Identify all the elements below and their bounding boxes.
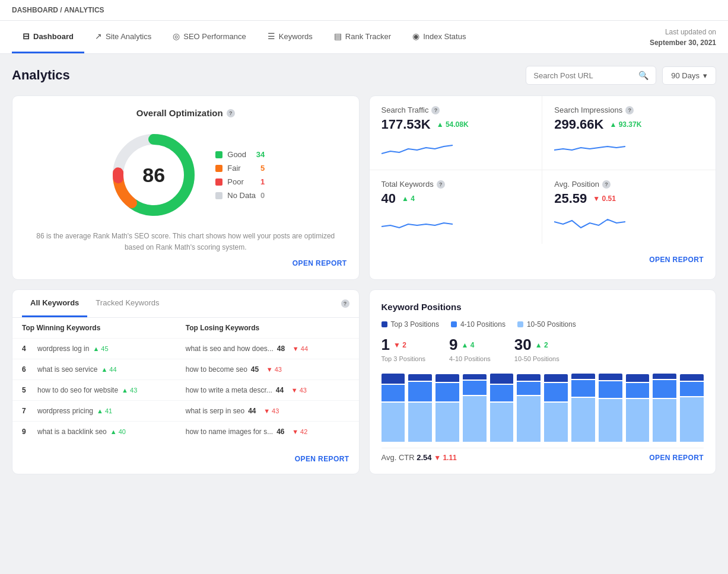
optimization-info-icon[interactable]: ? bbox=[227, 109, 235, 117]
optimization-card: Overall Optimization ? 86 bbox=[12, 95, 360, 280]
kp-stat-low-label: 10-50 Positions bbox=[514, 355, 559, 362]
bar-mid bbox=[490, 385, 514, 401]
kp-footer: Avg. CTR 2.54 ▼ 1.11 OPEN REPORT bbox=[382, 448, 704, 462]
kw-winning-cell: 9 what is a backlink seo ▲ 40 bbox=[22, 428, 186, 436]
tab-keywords-label: Keywords bbox=[279, 32, 313, 41]
kw-row: 7 wordpress pricing ▲ 41 what is serp in… bbox=[12, 400, 359, 421]
bar-column bbox=[653, 371, 676, 442]
stats-card: Search Traffic ? 177.53K ▲ 54.08K Search… bbox=[369, 95, 717, 280]
search-post-url-input[interactable] bbox=[533, 71, 634, 80]
bar-low bbox=[382, 403, 405, 442]
avg-position-sparkline bbox=[554, 211, 625, 232]
search-impressions-info-icon[interactable]: ? bbox=[625, 106, 634, 114]
stat-avg-position-row: 25.59 ▼ 0.51 bbox=[554, 191, 704, 206]
bar-top3 bbox=[463, 374, 487, 380]
bar-top3 bbox=[626, 374, 650, 382]
total-keywords-info-icon[interactable]: ? bbox=[437, 180, 445, 189]
bar-mid bbox=[653, 380, 676, 398]
legend-nodata: No Data 0 bbox=[215, 191, 265, 200]
bar-mid bbox=[680, 382, 704, 396]
keywords-help-icon[interactable]: ? bbox=[341, 299, 349, 308]
kp-legend-dot-top3 bbox=[382, 321, 387, 327]
kw-losing-cell: what is seo and how does... 48 ▼ 44 bbox=[186, 345, 349, 353]
days-dropdown[interactable]: 90 Days ▾ bbox=[662, 66, 716, 85]
kp-avg-ctr-value: 2.54 bbox=[417, 453, 431, 462]
bar-top3 bbox=[435, 374, 459, 382]
bar-column bbox=[626, 371, 650, 442]
kw-tab-all[interactable]: All Keywords bbox=[22, 290, 87, 317]
last-updated-date: September 30, 2021 bbox=[650, 37, 716, 48]
analytics-header: Analytics 🔍 90 Days ▾ bbox=[12, 66, 716, 85]
kw-winning-header: Top Winning Keywords bbox=[22, 324, 186, 332]
bar-mid bbox=[517, 382, 541, 395]
search-impressions-sparkline bbox=[554, 137, 625, 158]
bar-mid bbox=[408, 382, 432, 401]
optimization-legend: Good 34 Fair 5 Poor 1 N bbox=[215, 150, 265, 200]
bar-mid bbox=[599, 381, 622, 398]
stat-search-impressions: Search Impressions ? 299.66K ▲ 93.37K bbox=[542, 96, 716, 170]
kw-open-report-btn[interactable]: OPEN REPORT bbox=[22, 455, 349, 463]
bar-column bbox=[517, 371, 541, 442]
optimization-title: Overall Optimization ? bbox=[24, 108, 347, 118]
bar-low bbox=[544, 403, 568, 442]
tab-seo-performance[interactable]: ◎ SEO Performance bbox=[162, 21, 257, 53]
dashboard-icon: ⊟ bbox=[23, 31, 30, 41]
stat-total-keywords-change: ▲ 4 bbox=[402, 194, 415, 203]
kw-winning-cell: 6 what is seo service ▲ 44 bbox=[22, 365, 186, 374]
legend-good: Good 34 bbox=[215, 150, 265, 159]
avg-position-info-icon[interactable]: ? bbox=[602, 180, 611, 189]
bar-low bbox=[571, 398, 595, 442]
stats-open-report-btn[interactable]: OPEN REPORT bbox=[382, 256, 704, 264]
bar-mid bbox=[463, 381, 487, 395]
bar-top3 bbox=[382, 374, 405, 384]
stat-total-keywords-row: 40 ▲ 4 bbox=[382, 191, 530, 206]
keyword-positions-legend: Top 3 Positions 4-10 Positions 10-50 Pos… bbox=[382, 320, 704, 329]
main-content: Analytics 🔍 90 Days ▾ Overall Optimizati… bbox=[0, 54, 728, 486]
nav-tabs: ⊟ Dashboard ↗ Site Analytics ◎ SEO Perfo… bbox=[0, 21, 728, 54]
search-post-url-box[interactable]: 🔍 bbox=[526, 66, 656, 85]
breadcrumb-current: ANALYTICS bbox=[64, 6, 104, 14]
bar-low bbox=[463, 396, 487, 442]
bar-top3 bbox=[599, 374, 622, 380]
bar-low bbox=[435, 403, 459, 442]
kw-losing-cell: how to become seo 45 ▼ 43 bbox=[186, 365, 349, 374]
tab-index-status[interactable]: ◉ Index Status bbox=[402, 21, 476, 53]
index-status-icon: ◉ bbox=[412, 31, 419, 41]
keywords-tabs: All Keywords Tracked Keywords ? bbox=[12, 290, 359, 318]
stat-search-impressions-label: Search Impressions ? bbox=[554, 106, 704, 114]
breadcrumb-separator: / bbox=[60, 6, 62, 14]
bar-column bbox=[408, 371, 432, 442]
kw-row: 6 what is seo service ▲ 44 how to become… bbox=[12, 359, 359, 380]
stat-search-traffic-change: ▲ 54.08K bbox=[437, 120, 469, 129]
kp-legend-mid: 4-10 Positions bbox=[451, 320, 506, 329]
stat-search-traffic: Search Traffic ? 177.53K ▲ 54.08K bbox=[370, 96, 543, 170]
stats-grid: Search Traffic ? 177.53K ▲ 54.08K Search… bbox=[370, 96, 716, 244]
breadcrumb: DASHBOARD / ANALYTICS bbox=[0, 0, 728, 21]
bar-top3 bbox=[653, 374, 676, 379]
tab-rank-tracker-label: Rank Tracker bbox=[345, 32, 391, 41]
kp-open-report-btn[interactable]: OPEN REPORT bbox=[649, 454, 704, 462]
tab-keywords[interactable]: ☰ Keywords bbox=[257, 21, 323, 53]
tab-site-analytics[interactable]: ↗ Site Analytics bbox=[84, 21, 162, 53]
tab-rank-tracker[interactable]: ▤ Rank Tracker bbox=[323, 21, 402, 53]
kp-stat-low: 30 ▲ 2 10-50 Positions bbox=[514, 336, 559, 362]
bar-low bbox=[680, 397, 704, 442]
tab-dashboard[interactable]: ⊟ Dashboard bbox=[12, 21, 84, 53]
page-title: Analytics bbox=[12, 68, 70, 83]
donut-chart: 86 bbox=[106, 127, 201, 222]
stat-search-traffic-row: 177.53K ▲ 54.08K bbox=[382, 117, 530, 132]
kp-stat-mid: 9 ▲ 4 4-10 Positions bbox=[449, 336, 491, 362]
bar-low bbox=[626, 399, 650, 442]
optimization-body: 86 Good 34 Fair 5 Poor bbox=[24, 127, 347, 222]
search-traffic-info-icon[interactable]: ? bbox=[431, 106, 440, 114]
kp-stat-low-val: 30 ▲ 2 bbox=[514, 336, 559, 354]
days-dropdown-label: 90 Days bbox=[671, 71, 700, 80]
kw-row: 5 how to do seo for website ▲ 43 how to … bbox=[12, 380, 359, 400]
bar-top3 bbox=[408, 374, 432, 381]
kw-tab-tracked[interactable]: Tracked Keywords bbox=[87, 290, 167, 317]
last-updated-label: Last updated on bbox=[665, 28, 716, 36]
nav-tabs-list: ⊟ Dashboard ↗ Site Analytics ◎ SEO Perfo… bbox=[12, 21, 476, 53]
tab-dashboard-label: Dashboard bbox=[33, 32, 74, 41]
stat-total-keywords-value: 40 bbox=[382, 191, 396, 206]
optimization-open-report[interactable]: OPEN REPORT bbox=[24, 259, 347, 267]
